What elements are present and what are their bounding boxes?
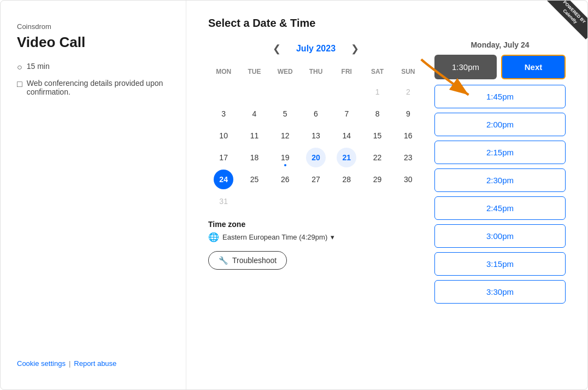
cal-day-23[interactable]: 23 [398, 148, 418, 167]
calendar-row-5: 24 25 26 27 28 29 30 [208, 170, 424, 189]
right-panel: Select a Date & Time ❮ July 2023 ❯ MON T… [186, 1, 587, 389]
calendar-nav: ❮ July 2023 ❯ [208, 40, 424, 57]
cal-day-17[interactable]: 17 [214, 148, 233, 167]
calendar-row-1: 1 2 [208, 82, 424, 102]
cal-day-27[interactable]: 27 [306, 170, 326, 189]
cal-day-13[interactable]: 13 [306, 126, 326, 145]
cal-day-24[interactable]: 24 [214, 170, 233, 189]
cal-header-sat: SAT [362, 66, 392, 78]
footer-links: Cookie settings | Report abuse [17, 359, 169, 368]
cal-day-9[interactable]: 9 [398, 104, 418, 124]
cal-day-3[interactable]: 3 [214, 104, 233, 124]
cal-day-10[interactable]: 10 [214, 126, 233, 145]
time-slot-6[interactable]: 3:15pm [434, 252, 566, 276]
cal-day-30[interactable]: 30 [398, 170, 418, 189]
prev-month-button[interactable]: ❮ [268, 40, 285, 57]
left-footer: Cookie settings | Report abuse [17, 359, 169, 368]
cal-day-empty [275, 191, 295, 211]
company-name: Coinsdrom [17, 22, 169, 31]
cal-day-14[interactable]: 14 [337, 126, 356, 145]
cal-day-11[interactable]: 11 [244, 126, 264, 145]
cookie-settings-link[interactable]: Cookie settings [17, 359, 66, 368]
cal-day-21[interactable]: 21 [337, 148, 356, 167]
time-slots-list: 1:45pm 2:00pm 2:15pm 2:30pm 2:45pm 3:00p… [434, 85, 566, 379]
cal-day-15[interactable]: 15 [368, 126, 387, 145]
wrench-icon: 🔧 [219, 256, 228, 265]
cal-day-18[interactable]: 18 [244, 148, 264, 167]
cal-day-empty [398, 191, 418, 211]
next-button[interactable]: Next [501, 55, 566, 79]
cal-day-empty [368, 191, 387, 211]
cal-day-29[interactable]: 29 [368, 170, 387, 189]
cal-day-2[interactable]: 2 [398, 82, 418, 102]
timezone-label: Time zone [208, 220, 424, 229]
left-top: Coinsdrom Video Call ○ 15 min □ Web conf… [17, 22, 169, 103]
calendar-row-6: 31 [208, 191, 424, 211]
cal-day-1[interactable]: 1 [368, 82, 387, 102]
footer-sep: | [69, 359, 70, 368]
conferencing-meta: □ Web conferencing details provided upon… [17, 79, 169, 96]
troubleshoot-label: Troubleshoot [232, 256, 277, 265]
next-month-button[interactable]: ❯ [346, 40, 363, 57]
timezone-select[interactable]: 🌐 Eastern European Time (4:29pm) ▾ [208, 232, 424, 242]
selected-date-label: Monday, July 24 [434, 40, 566, 49]
time-slot-2[interactable]: 2:15pm [434, 141, 566, 164]
calendar-header-row: MON TUE WED THU FRI SAT SUN [208, 66, 424, 78]
cal-header-sun: SUN [393, 66, 424, 78]
troubleshoot-button[interactable]: 🔧 Troubleshoot [208, 251, 287, 270]
cal-day-16[interactable]: 16 [398, 126, 418, 145]
calendar-row-3: 10 11 12 13 14 15 16 [208, 126, 424, 145]
cal-day-31[interactable]: 31 [214, 191, 233, 211]
calendar-and-times: ❮ July 2023 ❯ MON TUE WED THU FRI SAT SU… [208, 40, 566, 379]
cal-day-7[interactable]: 7 [337, 104, 356, 124]
calendar-row-2: 3 4 5 6 7 8 9 [208, 104, 424, 124]
cal-day-12[interactable]: 12 [275, 126, 295, 145]
conferencing-text: Web conferencing details provided upon c… [27, 79, 169, 96]
timezone-value: Eastern European Time (4:29pm) [222, 233, 327, 241]
cal-day-8[interactable]: 8 [368, 104, 387, 124]
timezone-section: Time zone 🌐 Eastern European Time (4:29p… [208, 220, 424, 242]
cal-day-6[interactable]: 6 [306, 104, 326, 124]
left-panel: Coinsdrom Video Call ○ 15 min □ Web conf… [1, 1, 186, 389]
time-slot-5[interactable]: 3:00pm [434, 224, 566, 248]
calendar-section: ❮ July 2023 ❯ MON TUE WED THU FRI SAT SU… [208, 40, 424, 379]
cal-day-4[interactable]: 4 [244, 104, 264, 124]
cal-day-empty [337, 191, 356, 211]
time-slots-section: Monday, July 24 1:30pm Next 1:45pm 2:00p… [434, 40, 566, 379]
globe-icon: 🌐 [208, 232, 219, 242]
time-slot-0[interactable]: 1:45pm [434, 85, 566, 108]
cal-header-thu: THU [301, 66, 331, 78]
calendar-row-4: 17 18 19 20 21 22 23 [208, 148, 424, 167]
dropdown-arrow-icon: ▾ [331, 233, 334, 241]
duration-text: 15 min [27, 62, 50, 71]
cal-day-25[interactable]: 25 [244, 170, 264, 189]
cal-day-empty [306, 191, 326, 211]
cal-day-22[interactable]: 22 [368, 148, 387, 167]
time-slot-4[interactable]: 2:45pm [434, 196, 566, 220]
cal-header-mon: MON [208, 66, 239, 78]
calendar-grid: MON TUE WED THU FRI SAT SUN 1 2 [208, 66, 424, 211]
time-slots-header: 1:30pm Next [434, 55, 566, 79]
cal-day-empty [337, 82, 356, 102]
cal-day-28[interactable]: 28 [337, 170, 356, 189]
cal-day-5[interactable]: 5 [275, 104, 295, 124]
cal-header-wed: WED [270, 66, 301, 78]
cal-header-tue: TUE [239, 66, 269, 78]
time-slot-3[interactable]: 2:30pm [434, 168, 566, 192]
screen-icon: □ [17, 79, 22, 89]
clock-icon: ○ [17, 62, 22, 72]
selected-time-button[interactable]: 1:30pm [434, 55, 497, 79]
cal-day-empty [214, 82, 233, 102]
cal-day-empty [244, 82, 264, 102]
time-slot-7[interactable]: 3:30pm [434, 280, 566, 304]
cal-day-empty [244, 191, 264, 211]
month-label: July 2023 [296, 44, 336, 54]
cal-day-19[interactable]: 19 [275, 148, 295, 167]
report-abuse-link[interactable]: Report abuse [74, 359, 116, 368]
event-title: Video Call [17, 34, 169, 51]
cal-day-20[interactable]: 20 [306, 148, 326, 167]
cal-day-26[interactable]: 26 [275, 170, 295, 189]
cal-header-fri: FRI [331, 66, 362, 78]
time-slot-1[interactable]: 2:00pm [434, 113, 566, 136]
page-title: Select a Date & Time [208, 17, 566, 30]
